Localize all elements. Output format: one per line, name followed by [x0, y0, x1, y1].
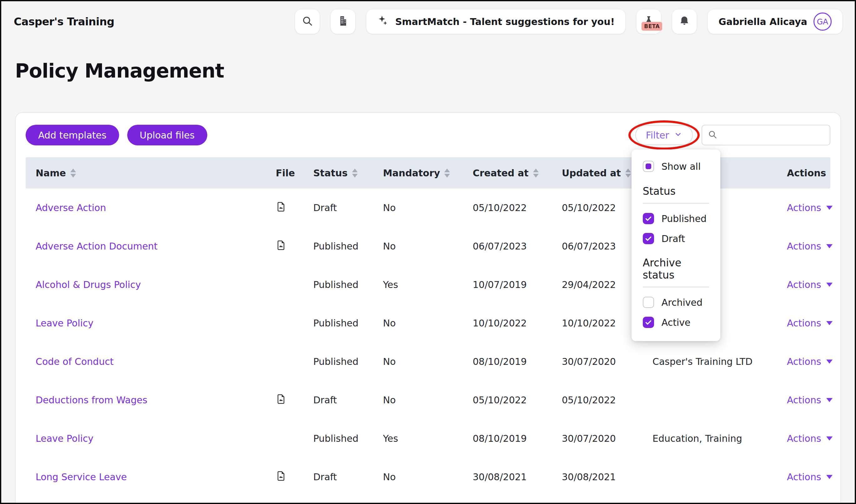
- top-bar-actions: SmartMatch - Talent suggestions for you!…: [295, 10, 842, 34]
- table-search-input[interactable]: [721, 130, 831, 140]
- policy-name-link[interactable]: Adverse Action Document: [36, 241, 158, 252]
- filter-option-show-all[interactable]: Show all: [643, 161, 709, 172]
- search-icon: [302, 15, 313, 28]
- table-row: Code of Conduct Published No 08/10/2019 …: [25, 342, 831, 381]
- created-at-cell: 10/07/2019: [473, 279, 562, 290]
- top-bar: Casper's Training: [1, 1, 855, 34]
- archive-section-heading: Archive status: [643, 257, 709, 281]
- file-image-icon: [276, 393, 286, 405]
- policy-name-link[interactable]: Leave Policy: [36, 318, 93, 329]
- mandatory-cell: No: [383, 356, 473, 367]
- policy-name-link[interactable]: Deductions from Wages: [36, 395, 147, 406]
- policy-name-link[interactable]: Long Service Leave: [36, 471, 127, 482]
- draft-checkbox[interactable]: [643, 233, 654, 244]
- sort-icon[interactable]: [625, 168, 631, 178]
- row-actions-button[interactable]: Actions: [778, 356, 833, 367]
- updated-at-cell: 05/10/2022: [562, 395, 653, 406]
- caret-down-icon: [826, 283, 833, 287]
- sparkles-icon: [377, 15, 389, 29]
- column-header-mandatory[interactable]: Mandatory: [383, 167, 473, 179]
- show-all-checkbox[interactable]: [643, 161, 654, 172]
- smartmatch-button[interactable]: SmartMatch - Talent suggestions for you!: [367, 10, 625, 34]
- created-at-cell: 08/10/2019: [473, 356, 562, 367]
- created-at-cell: 05/10/2022: [473, 202, 562, 213]
- toolbar-right: Filter Show all Status: [635, 125, 831, 145]
- file-cell: [276, 200, 313, 215]
- row-actions-button[interactable]: Actions: [778, 241, 833, 252]
- column-header-status[interactable]: Status: [313, 167, 383, 179]
- policy-name-link[interactable]: Code of Conduct: [36, 356, 113, 367]
- policy-table-card: Add templates Upload files Filter: [15, 112, 841, 504]
- add-templates-button[interactable]: Add templates: [25, 125, 119, 145]
- status-cell: Draft: [313, 202, 383, 213]
- user-name: Gabriella Alicaya: [718, 16, 807, 27]
- caret-down-icon: [826, 244, 833, 248]
- caret-down-icon: [826, 398, 833, 402]
- file-cell: [276, 239, 313, 254]
- row-actions-button[interactable]: Actions: [778, 202, 833, 213]
- avatar: GA: [814, 13, 832, 31]
- sort-icon[interactable]: [533, 168, 539, 178]
- policy-name-link[interactable]: Adverse Action: [36, 202, 106, 213]
- updated-at-cell: 30/07/2020: [562, 433, 653, 444]
- upload-files-button[interactable]: Upload files: [127, 125, 207, 145]
- filter-option-archived[interactable]: Archived: [643, 297, 709, 308]
- file-cell: [276, 393, 313, 408]
- status-cell: Published: [313, 356, 383, 367]
- notifications-button[interactable]: [672, 10, 697, 34]
- archived-checkbox[interactable]: [643, 297, 654, 308]
- applies-to-cell: Casper's Training LTD: [653, 356, 778, 367]
- updated-at-cell: 30/07/2020: [562, 356, 653, 367]
- row-actions-button[interactable]: Actions: [778, 433, 833, 444]
- status-cell: Published: [313, 318, 383, 329]
- status-cell: Published: [313, 241, 383, 252]
- active-checkbox[interactable]: [643, 317, 654, 328]
- caret-down-icon: [826, 436, 833, 440]
- table-row: Long Service Leave Draft No 30/08/2021 3…: [25, 458, 831, 496]
- created-at-cell: 05/10/2022: [473, 395, 562, 406]
- sort-icon[interactable]: [444, 168, 450, 178]
- organisation-button[interactable]: [331, 10, 355, 34]
- filter-button[interactable]: Filter: [635, 125, 693, 145]
- labs-button[interactable]: BETA: [637, 10, 661, 34]
- filter-dropdown-panel: Show all Status Published D: [631, 149, 720, 341]
- table-search-box: [701, 125, 831, 145]
- row-actions-button[interactable]: Actions: [778, 318, 833, 329]
- caret-down-icon: [826, 360, 833, 364]
- smartmatch-label: SmartMatch - Talent suggestions for you!: [395, 16, 614, 27]
- filter-option-published[interactable]: Published: [643, 213, 709, 224]
- row-actions-button[interactable]: Actions: [778, 471, 833, 482]
- show-all-label: Show all: [662, 161, 701, 172]
- user-menu-button[interactable]: Gabriella Alicaya GA: [708, 10, 842, 34]
- caret-down-icon: [826, 206, 833, 210]
- updated-at-cell: 30/08/2021: [562, 471, 653, 482]
- global-search-button[interactable]: [295, 10, 320, 34]
- status-cell: Draft: [313, 395, 383, 406]
- beta-badge: BETA: [642, 22, 662, 31]
- status-cell: Published: [313, 279, 383, 290]
- policy-name-link[interactable]: Leave Policy: [36, 433, 93, 444]
- policy-name-link[interactable]: Alcohol & Drugs Policy: [36, 279, 141, 290]
- status-cell: Published: [313, 433, 383, 444]
- mandatory-cell: No: [383, 318, 473, 329]
- search-icon: [708, 130, 717, 140]
- brand-title: Casper's Training: [14, 15, 114, 28]
- file-image-icon: [276, 470, 286, 482]
- divider: [643, 287, 709, 287]
- sort-icon[interactable]: [70, 168, 76, 178]
- column-header-created-at[interactable]: Created at: [473, 167, 562, 179]
- row-actions-button[interactable]: Actions: [778, 395, 833, 406]
- screenshot-root: { "header": { "brand": "Casper's Trainin…: [0, 0, 856, 504]
- filter-option-active[interactable]: Active: [643, 317, 709, 328]
- filter-option-draft[interactable]: Draft: [643, 233, 709, 244]
- row-actions-button[interactable]: Actions: [778, 279, 833, 290]
- published-checkbox[interactable]: [643, 213, 654, 224]
- status-section-heading: Status: [643, 185, 709, 197]
- caret-down-icon: [826, 475, 833, 479]
- mandatory-cell: Yes: [383, 279, 473, 290]
- bell-icon: [678, 15, 690, 28]
- column-header-name[interactable]: Name: [25, 167, 276, 179]
- draft-label: Draft: [662, 233, 685, 244]
- sort-icon[interactable]: [352, 168, 358, 178]
- mandatory-cell: No: [383, 471, 473, 482]
